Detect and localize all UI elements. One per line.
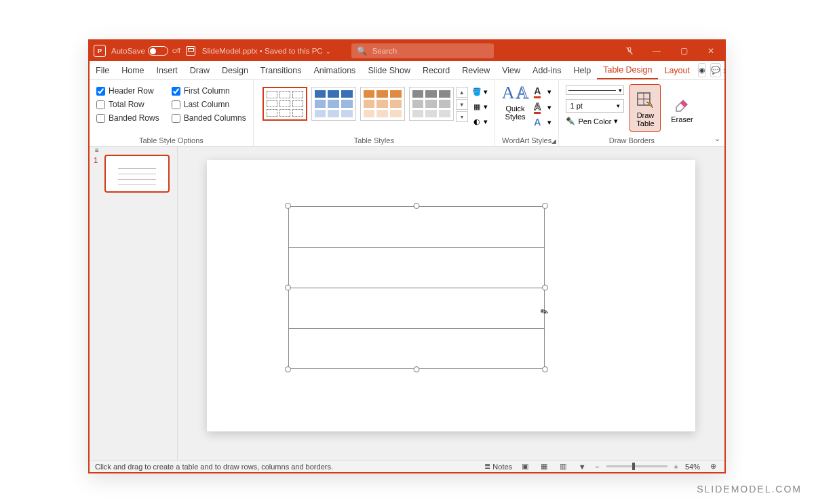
table-object[interactable]: ✎ [288,206,545,369]
autosave-label: AutoSave [111,47,145,55]
attribution-watermark: SLIDEMODEL.COM [697,484,802,495]
table-style-2[interactable] [311,87,356,121]
slide-sorter-button[interactable]: ▦ [538,462,550,471]
tab-help[interactable]: Help [567,61,597,79]
recording-indicator-button[interactable]: ◉ [698,63,706,77]
search-input[interactable]: 🔍 Search [351,43,494,58]
normal-view-button[interactable]: ▣ [519,462,531,471]
title-bar: P AutoSave Off SlideModel.pptx • Saved t… [90,41,724,61]
tab-table-design[interactable]: Table Design [597,61,658,79]
text-fill-button[interactable]: A ▾ [534,85,551,98]
slide-canvas[interactable]: ✎ [207,160,695,431]
pen-icon: ✒️ [566,117,575,125]
quick-styles-button[interactable]: AA Quick Styles [502,84,529,121]
zoom-out-button[interactable]: − [595,463,599,471]
qat-overflow-icon[interactable]: ≡ [95,147,99,154]
workspace: ≡ 1 [90,147,724,460]
tabs-overflow-button[interactable]: › [723,61,726,79]
fit-to-window-button[interactable]: ⊕ [707,462,719,471]
notes-button[interactable]: ≣Notes [484,462,512,471]
tab-animations[interactable]: Animations [308,61,362,79]
tab-layout[interactable]: Layout [658,61,696,79]
tab-home[interactable]: Home [115,61,150,79]
group-table-style-options: Header Row Total Row Banded Rows First C… [90,80,254,146]
zoom-percent[interactable]: 54% [685,463,700,471]
table-style-1[interactable] [263,87,307,121]
draw-table-icon [636,91,655,110]
check-last-column[interactable]: Last Column [172,100,246,109]
group-label: Table Style Options [96,135,246,144]
autosave-toggle[interactable] [148,46,168,56]
pen-style-select[interactable]: ▾ [566,85,624,95]
bucket-icon: 🪣 [472,87,482,96]
reading-view-button[interactable]: ▥ [557,462,569,471]
tab-slide-show[interactable]: Slide Show [362,61,416,79]
check-banded-rows[interactable]: Banded Rows [96,113,159,123]
document-title[interactable]: SlideModel.pptx • Saved to this PC⌄ [202,47,331,55]
pen-color-button[interactable]: ✒️Pen Color ▾ [566,117,624,125]
slide-thumbnails-panel[interactable]: 1 [90,147,178,460]
zoom-slider[interactable] [606,465,667,467]
ribbon: Header Row Total Row Banded Rows First C… [90,80,724,147]
search-icon: 🔍 [357,46,367,56]
zoom-in-button[interactable]: + [674,463,678,471]
collapse-ribbon-button[interactable]: ⌄ [710,134,724,143]
comments-button[interactable]: 💬 [710,63,721,77]
notes-icon: ≣ [484,462,490,471]
table-style-3[interactable] [360,87,405,121]
check-total-row[interactable]: Total Row [96,100,159,109]
borders-icon: ▦ [472,102,482,111]
slide-canvas-area[interactable]: ✎ [178,147,724,460]
minimize-button[interactable]: — [643,41,670,61]
borders-button[interactable]: ▦▾ [472,102,488,111]
text-effects-button[interactable]: A ▾ [534,117,551,128]
mic-button[interactable] [616,41,643,61]
save-icon[interactable] [186,46,195,56]
table-style-4[interactable] [409,87,454,121]
status-bar: Click and drag to create a table and to … [90,460,724,472]
app-window: P AutoSave Off SlideModel.pptx • Saved t… [88,39,726,473]
tab-addins[interactable]: Add-ins [526,61,567,79]
check-first-column[interactable]: First Column [172,86,246,96]
group-wordart-styles: AA Quick Styles A ▾ A ▾ A ▾ WordArt Styl… [495,80,560,146]
tab-record[interactable]: Record [416,61,456,79]
group-label: Table Styles [260,135,488,144]
eraser-icon [672,95,691,114]
maximize-button[interactable]: ▢ [670,41,697,61]
group-draw-borders: ▾ 1 pt▾ ✒️Pen Color ▾ Draw Table Eraser … [559,80,704,146]
autosave-state: Off [172,47,180,54]
pen-weight-select[interactable]: 1 pt▾ [566,99,624,113]
tab-transitions[interactable]: Transitions [254,61,308,79]
gallery-scroll[interactable]: ▲▼▾ [456,87,468,123]
tab-insert[interactable]: Insert [151,61,184,79]
shading-button[interactable]: 🪣▾ [472,87,488,96]
tab-draw[interactable]: Draw [184,61,216,79]
effects-icon: ◐ [472,117,482,126]
ribbon-tabs: File Home Insert Draw Design Transitions… [90,61,724,80]
dialog-launcher-icon[interactable]: ◢ [551,138,556,144]
text-outline-button[interactable]: A ▾ [534,101,551,114]
slide-number: 1 [94,156,98,164]
slideshow-view-button[interactable]: ▼ [576,462,588,471]
powerpoint-icon: P [94,45,106,57]
slide-thumbnail-1[interactable] [104,155,170,193]
effects-button[interactable]: ◐▾ [472,117,488,126]
check-header-row[interactable]: Header Row [96,86,159,96]
tab-file[interactable]: File [90,61,115,79]
group-table-styles: ▲▼▾ 🪣▾ ▦▾ ◐▾ Table Styles [254,80,495,146]
draw-table-button[interactable]: Draw Table [629,84,661,132]
check-banded-columns[interactable]: Banded Columns [172,113,246,123]
group-label: Draw Borders [566,135,697,144]
tab-design[interactable]: Design [216,61,254,79]
tab-view[interactable]: View [496,61,526,79]
tab-review[interactable]: Review [456,61,496,79]
close-button[interactable]: ✕ [697,41,724,61]
eraser-button[interactable]: Eraser [666,84,697,132]
status-hint: Click and drag to create a table and to … [95,463,333,471]
group-label: WordArt Styles [502,135,552,144]
chevron-down-icon: ⌄ [326,48,331,55]
